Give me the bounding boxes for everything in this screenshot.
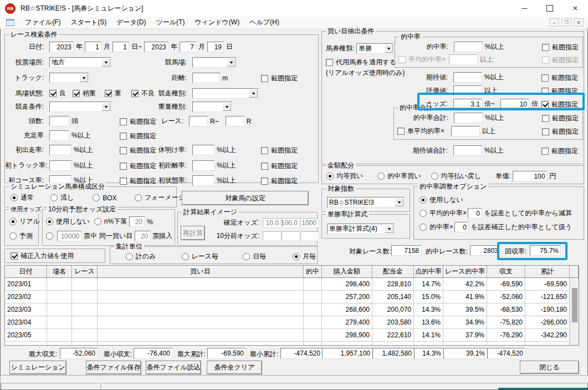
menu-tool[interactable]: ツール(T): [151, 17, 190, 28]
date-day-to[interactable]: 19: [207, 42, 224, 52]
eval-input[interactable]: [453, 85, 482, 96]
unit-day-radio[interactable]: 日毎: [243, 252, 266, 261]
simulate-button[interactable]: シミュレーション: [9, 361, 67, 374]
weight-type-combo[interactable]: [192, 102, 232, 112]
col-header-date[interactable]: 日付: [5, 266, 47, 277]
rest-rate-range-checkbox[interactable]: 範囲指定: [261, 146, 298, 155]
formula-combo[interactable]: 単勝率計算式(4): [327, 224, 395, 234]
first-run-range-checkbox[interactable]: 範囲指定: [120, 146, 156, 155]
chevron-down-icon[interactable]: [101, 103, 110, 111]
single-avg-input[interactable]: [451, 126, 480, 136]
distance-input[interactable]: [192, 73, 220, 83]
index-combo[interactable]: RB☆STRIKE!3: [327, 197, 405, 207]
adjust-hit-radio[interactable]: 的中率×: [420, 222, 453, 232]
unit-race-radio[interactable]: レース毎: [182, 252, 219, 261]
chevron-down-icon[interactable]: [79, 74, 88, 82]
close-button[interactable]: 閉じる: [520, 361, 579, 374]
first-cond-input[interactable]: [192, 175, 214, 186]
hit-rate-range-checkbox[interactable]: 範囲指定: [542, 43, 579, 52]
daiyo-checkbox[interactable]: 代用馬券を適用する: [326, 58, 396, 67]
distance-range-checkbox[interactable]: 範囲指定: [261, 74, 298, 83]
race-to-input[interactable]: [226, 116, 244, 126]
avg-hit-input[interactable]: [449, 54, 478, 65]
clear-conditions-button[interactable]: 条件全クリア: [207, 361, 262, 374]
first-course-range-checkbox[interactable]: 範囲指定: [120, 176, 156, 186]
first-cond-range-checkbox[interactable]: 範囲指定: [261, 176, 298, 186]
expect-range-checkbox[interactable]: 範囲指定: [541, 73, 578, 83]
mdi-close-icon[interactable]: [574, 18, 584, 27]
save-conditions-button[interactable]: 条件ファイル保存: [86, 361, 141, 374]
first-run-input[interactable]: [49, 145, 71, 155]
col-header-place[interactable]: 場名: [47, 266, 72, 277]
recalc-button[interactable]: 再計算: [181, 226, 205, 240]
date-year-from[interactable]: 2023: [49, 42, 74, 52]
col-header-bet[interactable]: 買い目: [98, 266, 304, 277]
col-header-hit[interactable]: 的中: [304, 266, 322, 277]
buy-votes-input[interactable]: 20: [135, 231, 150, 241]
fixed-odds-2[interactable]: 100.0: [282, 218, 300, 227]
col-header-point-rate[interactable]: 点的中率: [414, 266, 443, 277]
chevron-down-icon[interactable]: [384, 44, 393, 53]
mdi-minimize-icon[interactable]: [549, 18, 559, 27]
pre-odds-votes-radio[interactable]: [46, 232, 56, 240]
heads-input[interactable]: [49, 116, 69, 126]
eval-range-checkbox[interactable]: 範囲指定: [541, 87, 578, 96]
fill-rate-range-checkbox[interactable]: 範囲指定: [120, 131, 156, 141]
adjust-hit-input[interactable]: 0: [454, 222, 469, 232]
expect-sum-input[interactable]: [453, 145, 482, 156]
col-header-payout[interactable]: 配当金: [372, 266, 414, 277]
adjust-none-radio[interactable]: 使用しない: [420, 195, 463, 205]
table-row[interactable]: 2023/04 279,400203,58013.6%34.9%-75,820-…: [5, 316, 579, 329]
mdi-restore-icon[interactable]: [561, 18, 571, 27]
date-month-to[interactable]: 7: [180, 42, 196, 52]
unit-month-radio[interactable]: 月毎: [293, 252, 316, 261]
first-track-range-checkbox[interactable]: 範囲指定: [120, 161, 156, 171]
target-horse-button[interactable]: 対象馬の設定: [182, 191, 309, 205]
avg-hit-checkbox[interactable]: 平均的中率×: [398, 55, 446, 64]
scrollbar-thumb[interactable]: [572, 288, 577, 322]
menu-window[interactable]: ウィンドウ(W): [190, 17, 244, 28]
expect-sum-range-checkbox[interactable]: 範囲指定: [541, 146, 578, 156]
chevron-down-icon[interactable]: [395, 198, 403, 206]
first-dist-range-checkbox[interactable]: 範囲指定: [261, 161, 298, 171]
race-type-combo[interactable]: [192, 88, 259, 99]
going-slightly-heavy-checkbox[interactable]: 稍重: [73, 89, 96, 98]
unit-price-input[interactable]: 100: [513, 171, 547, 181]
load-conditions-button[interactable]: 条件ファイル読込: [146, 361, 201, 374]
chevron-down-icon[interactable]: [249, 89, 258, 98]
adjust-avg-input[interactable]: 0: [468, 208, 482, 219]
close-icon[interactable]: [563, 0, 588, 17]
table-row[interactable]: 2023/03 268,600200,07014.3%39.5%-68,530-…: [5, 303, 579, 316]
ticket-type-combo[interactable]: 単勝: [356, 43, 394, 54]
single-avg-checkbox[interactable]: 単平均的率×: [397, 126, 444, 136]
pre-odds-drop-radio[interactable]: n%下落: [94, 217, 127, 226]
course-combo[interactable]: [192, 57, 237, 68]
drop-pct-input[interactable]: 20: [129, 216, 145, 227]
table-scrollbar[interactable]: [570, 278, 579, 345]
amount-equal-buy-radio[interactable]: 均等買い: [326, 171, 363, 181]
col-header-race-rate[interactable]: レース的中率: [443, 266, 487, 277]
table-row[interactable]: 2023/05 298,900222,61014.1%37.9%-76,290-…: [5, 329, 579, 342]
col-header-balance[interactable]: 収支: [487, 266, 525, 277]
hit-sum-input[interactable]: [454, 113, 483, 123]
minimize-icon[interactable]: [512, 0, 537, 17]
menu-start[interactable]: スタート(S): [65, 17, 111, 28]
menu-data[interactable]: データ(D): [111, 17, 151, 28]
chevron-down-icon[interactable]: [222, 103, 231, 111]
single-avg-range-checkbox[interactable]: 範囲指定: [542, 127, 579, 136]
date-year-to[interactable]: 2023: [144, 42, 168, 52]
going-heavy-checkbox[interactable]: 重: [105, 89, 121, 98]
chevron-down-icon[interactable]: [101, 58, 110, 67]
pre-odds-2[interactable]: [282, 231, 300, 241]
fixed-odds-1[interactable]: 10.0: [263, 218, 281, 227]
date-month-from[interactable]: 1: [85, 42, 101, 52]
amount-hit-rate-buy-radio[interactable]: 的中率買い: [377, 171, 421, 181]
sim-type-nagashi-radio[interactable]: 流し: [50, 193, 74, 202]
going-good-checkbox[interactable]: 良: [49, 89, 66, 98]
track-combo[interactable]: [49, 73, 89, 83]
rest-rate-input[interactable]: [192, 145, 214, 155]
odds-forecast-radio[interactable]: 予測: [9, 231, 33, 241]
pre-odds-none-radio[interactable]: 使用しない: [46, 217, 90, 226]
maximize-icon[interactable]: [537, 0, 563, 17]
heads-range-checkbox[interactable]: 範囲指定: [120, 117, 156, 126]
